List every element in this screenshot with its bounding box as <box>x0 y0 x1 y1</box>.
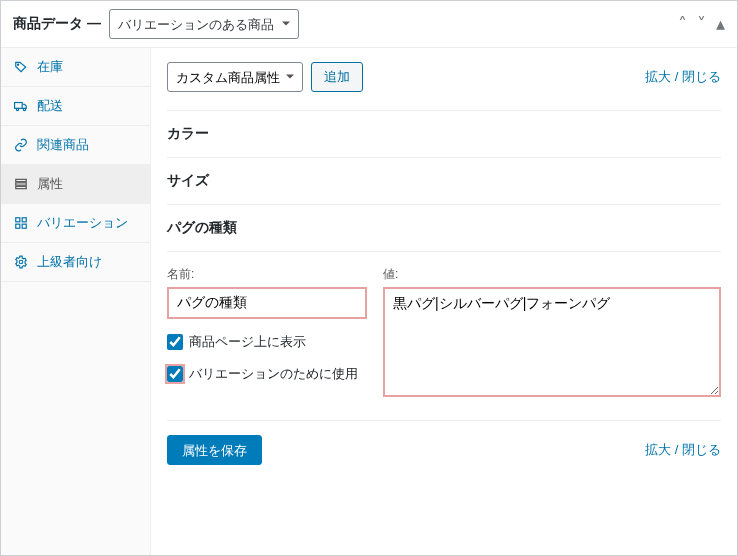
sidebar: 在庫 配送 関連商品 属性 <box>1 48 151 555</box>
panel-toggle-icon[interactable]: ▴ <box>716 15 725 33</box>
gear-icon <box>13 254 29 270</box>
svg-point-0 <box>18 64 19 65</box>
sidebar-item-label: バリエーション <box>37 214 128 232</box>
sidebar-item-attributes[interactable]: 属性 <box>1 165 150 204</box>
svg-point-3 <box>23 108 25 110</box>
expand-close-link-bottom[interactable]: 拡大 / 閉じる <box>645 441 721 459</box>
content-area: カスタム商品属性 追加 拡大 / 閉じる カラー サイズ パグの種類 名前: 商… <box>151 48 737 555</box>
visible-checkbox-row: 商品ページ上に表示 <box>167 333 367 351</box>
panel-body: 在庫 配送 関連商品 属性 <box>1 48 737 555</box>
sidebar-item-label: 在庫 <box>37 58 63 76</box>
svg-point-11 <box>19 260 23 264</box>
sidebar-item-linked[interactable]: 関連商品 <box>1 126 150 165</box>
expand-close-link[interactable]: 拡大 / 閉じる <box>645 68 721 86</box>
attribute-right-column: 値: <box>383 266 721 400</box>
add-button[interactable]: 追加 <box>311 62 363 92</box>
svg-rect-9 <box>16 224 20 228</box>
sidebar-item-label: 属性 <box>37 175 63 193</box>
grid-icon <box>13 215 29 231</box>
truck-icon <box>13 98 29 114</box>
svg-rect-6 <box>16 186 27 188</box>
variation-checkbox[interactable] <box>167 366 183 382</box>
variation-checkbox-row: バリエーションのために使用 <box>167 365 367 383</box>
svg-rect-10 <box>22 224 26 228</box>
attribute-toolbar: カスタム商品属性 追加 拡大 / 閉じる <box>167 62 721 92</box>
sidebar-item-inventory[interactable]: 在庫 <box>1 48 150 87</box>
attribute-left-column: 名前: 商品ページ上に表示 バリエーションのために使用 <box>167 266 367 400</box>
sidebar-item-advanced[interactable]: 上級者向け <box>1 243 150 282</box>
visible-checkbox[interactable] <box>167 334 183 350</box>
svg-point-2 <box>16 108 18 110</box>
product-type-select[interactable]: バリエーションのある商品 <box>109 9 299 39</box>
panel-header: 商品データ — バリエーションのある商品 ˄ ˅ ▴ <box>1 1 737 48</box>
svg-rect-7 <box>16 218 20 222</box>
tag-icon <box>13 59 29 75</box>
attribute-edit-form: 名前: 商品ページ上に表示 バリエーションのために使用 値: <box>167 251 721 420</box>
variation-checkbox-label: バリエーションのために使用 <box>189 365 358 383</box>
attribute-type-select[interactable]: カスタム商品属性 <box>167 62 303 92</box>
bottom-toolbar: 属性を保存 拡大 / 閉じる <box>167 420 721 465</box>
save-attributes-button[interactable]: 属性を保存 <box>167 435 262 465</box>
list-icon <box>13 176 29 192</box>
product-data-panel: 商品データ — バリエーションのある商品 ˄ ˅ ▴ 在庫 配送 <box>0 0 738 556</box>
visible-checkbox-label: 商品ページ上に表示 <box>189 333 306 351</box>
svg-rect-4 <box>16 179 27 181</box>
attribute-row-pug-type[interactable]: パグの種類 <box>167 204 721 251</box>
panel-header-controls: ˄ ˅ ▴ <box>678 15 725 33</box>
sidebar-item-label: 上級者向け <box>37 253 102 271</box>
sidebar-item-variations[interactable]: バリエーション <box>1 204 150 243</box>
sidebar-item-shipping[interactable]: 配送 <box>1 87 150 126</box>
attribute-row-color[interactable]: カラー <box>167 110 721 157</box>
svg-rect-1 <box>15 103 23 109</box>
name-label: 名前: <box>167 266 367 283</box>
link-icon <box>13 137 29 153</box>
attribute-row-size[interactable]: サイズ <box>167 157 721 204</box>
sidebar-item-label: 配送 <box>37 97 63 115</box>
sidebar-item-label: 関連商品 <box>37 136 89 154</box>
attribute-name-input[interactable] <box>167 287 367 319</box>
svg-rect-5 <box>16 183 27 185</box>
svg-rect-8 <box>22 218 26 222</box>
panel-up-icon[interactable]: ˄ <box>678 15 687 33</box>
value-label: 値: <box>383 266 721 283</box>
attribute-values-textarea[interactable] <box>383 287 721 397</box>
panel-down-icon[interactable]: ˅ <box>697 15 706 33</box>
panel-title: 商品データ — <box>13 15 101 33</box>
